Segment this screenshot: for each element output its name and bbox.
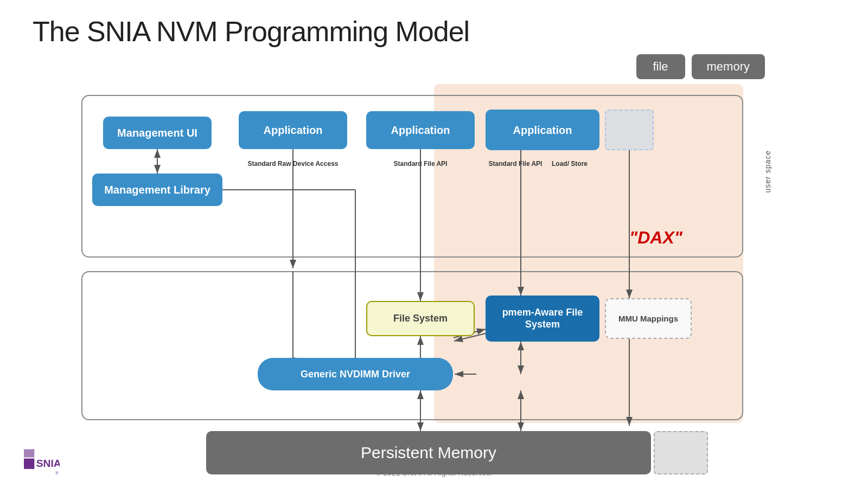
app3-right-sublabel: Load/ Store xyxy=(548,160,591,169)
user-space-label: user space xyxy=(763,150,772,192)
application-3-box: Application xyxy=(486,110,599,150)
management-library-box: Management Library xyxy=(92,174,222,206)
snia-logo: SNIA ® xyxy=(22,447,60,477)
svg-rect-23 xyxy=(24,449,34,457)
app1-sublabel: Standard Raw Device Access xyxy=(247,160,339,169)
pmem-filesystem-box: pmem-Aware File System xyxy=(486,296,599,342)
svg-rect-22 xyxy=(24,459,34,469)
application-2-box: Application xyxy=(366,111,475,149)
app3-left-sublabel: Standard File API xyxy=(488,160,542,169)
pm-placeholder-box xyxy=(654,431,708,474)
diagram: user space kernel space Management UI Ma… xyxy=(71,84,776,464)
management-ui-box: Management UI xyxy=(103,117,212,149)
filesystem-box: File System xyxy=(366,301,475,336)
persistent-memory-box: Persistent Memory xyxy=(206,431,651,474)
snia-logo-icon: SNIA ® xyxy=(22,447,60,477)
kernel-space-box: kernel space xyxy=(81,271,743,420)
application-1-box: Application xyxy=(239,111,347,149)
svg-text:®: ® xyxy=(56,471,59,475)
mmu-mappings-box: MMU Mappings xyxy=(605,298,692,339)
nvdimm-driver-box: Generic NVDIMM Driver xyxy=(258,358,453,390)
file-label: file xyxy=(636,54,685,79)
svg-text:SNIA: SNIA xyxy=(36,458,60,469)
page-title: The SNIA NVM Programming Model xyxy=(33,15,469,48)
dax-label: "DAX" xyxy=(629,228,682,248)
memory-label: memory xyxy=(692,54,765,79)
memory-placeholder-box xyxy=(605,110,654,150)
top-labels-container: file memory xyxy=(636,54,765,79)
app2-sublabel: Standard File API xyxy=(374,160,467,169)
